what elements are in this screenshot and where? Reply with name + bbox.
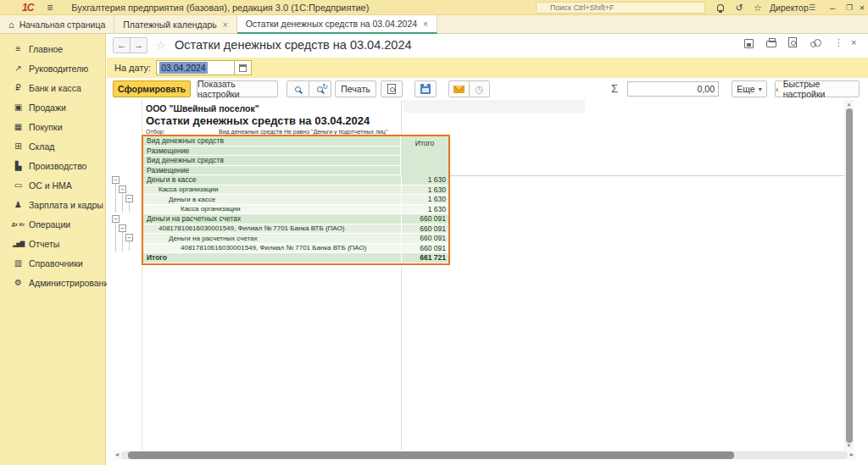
table-row[interactable]: Деньги на расчетных счетах660 091 [143, 234, 448, 244]
forward-button[interactable]: → [130, 37, 147, 53]
total-column-header: Итого [400, 136, 448, 176]
sidebar-item-sklad[interactable]: ⊞ Склад [0, 136, 105, 156]
current-user[interactable]: Директор [770, 0, 809, 15]
schedule-button[interactable]: ◷ [469, 80, 490, 97]
sidebar-item-prodazhi[interactable]: ▣ Продажи [0, 97, 105, 117]
back-button[interactable]: ← [113, 37, 131, 53]
tab-cash-balances[interactable]: Остатки денежных средств на 03.04.2024 × [237, 15, 437, 34]
horizontal-scroll-thumb[interactable] [128, 451, 734, 459]
quick-settings-button[interactable]: ‹ Быстрые настройки [775, 80, 860, 97]
sigma-icon: Σ [611, 82, 618, 95]
sidebar-item-operacii[interactable]: Дт Кт Операции [0, 214, 105, 234]
collapse-icon[interactable]: − [112, 215, 120, 223]
table-row[interactable]: 40817810616030001549, Филиал № 7701 Банк… [143, 224, 448, 235]
sidebar-item-pokupki[interactable]: ▦ Покупки [0, 117, 105, 136]
sidebar-item-label: Производство [29, 161, 86, 171]
show-settings-button[interactable]: Показать настройки [197, 80, 278, 97]
sidebar-item-label: Главное [29, 44, 63, 54]
vertical-scroll-thumb[interactable] [846, 108, 853, 443]
more-label: Еще [737, 84, 754, 94]
history-icon[interactable]: ↺ [731, 0, 748, 15]
report-table[interactable]: Итого Вид денежных средств Размещение Ви… [142, 135, 450, 265]
truck-icon: ▭ [10, 180, 26, 190]
minimize-button[interactable]: – [824, 0, 841, 15]
sidebar-item-proizvodstvo[interactable]: ▙ Производство [0, 156, 105, 175]
date-input[interactable]: 03.04.2024 [156, 60, 235, 75]
collapse-icon[interactable]: − [119, 185, 126, 193]
calendar-button[interactable] [235, 60, 252, 75]
date-value: 03.04.2024 [159, 62, 208, 74]
link-icon[interactable] [810, 39, 816, 49]
find-button[interactable] [287, 80, 309, 97]
save-icon[interactable] [744, 39, 754, 50]
trend-icon: ↗ [10, 64, 26, 73]
1c-logo: 1С [22, 2, 33, 14]
titlebar: 1С ≡ Бухгалтерия предприятия (базовая), … [0, 0, 868, 15]
sidebar-item-administrirovanie[interactable]: ⚙ Администрирование [0, 273, 105, 292]
preview-icon[interactable] [788, 37, 797, 49]
table-row[interactable]: Касса организации1 630 [143, 205, 448, 215]
app-title: Бухгалтерия предприятия (базовая), редак… [71, 3, 369, 13]
scroll-up-icon[interactable]: ▲ [844, 100, 854, 108]
table-row[interactable]: Деньги в кассе1 630 [143, 175, 448, 185]
sidebar-item-os-i-nma[interactable]: ▭ ОС и НМА [0, 175, 105, 195]
generate-button[interactable]: Сформировать [113, 80, 191, 97]
sidebar-item-label: Склад [29, 141, 54, 152]
view-options-icon[interactable]: ☰ [804, 0, 821, 15]
favorite-star-icon[interactable]: ☆ [156, 39, 166, 52]
collapse-icon[interactable]: − [112, 176, 120, 184]
menu-icon: ≡ [10, 44, 26, 53]
send-mail-button[interactable] [448, 80, 470, 97]
sidebar-item-otchety[interactable]: ▂▅▇ Отчеты [0, 234, 105, 253]
scroll-right-icon[interactable]: ► [848, 450, 856, 460]
table-row[interactable]: 40817810616030001549, Филиал № 7701 Банк… [143, 244, 448, 254]
sidebar-item-glavnoe[interactable]: ≡ Главное [0, 39, 105, 58]
restore-button[interactable]: ❐ [841, 0, 858, 15]
collapse-icon[interactable]: − [119, 224, 126, 232]
briefcase-icon: ▣ [10, 102, 26, 112]
table-total-row[interactable]: Итого661 721 [143, 253, 448, 263]
sidebar-item-label: Операции [29, 219, 70, 230]
tab-home[interactable]: ⌂ Начальная страница [0, 15, 114, 34]
table-row[interactable]: Касса организации1 630 [143, 185, 448, 196]
favorites-star-icon[interactable]: ☆ [749, 0, 766, 15]
sidebar: ≡ Главное ↗ Руководителю ₽ Банк и касса … [0, 34, 106, 465]
scroll-left-icon[interactable]: ◄ [113, 450, 121, 460]
tab-payment-calendar[interactable]: Платежный календарь × [114, 15, 236, 34]
floppy-icon [420, 84, 431, 94]
find-next-button[interactable]: ↻ [309, 80, 331, 97]
close-tab-icon[interactable]: × [423, 19, 428, 29]
horizontal-scrollbar[interactable]: ◄ ► [113, 450, 856, 460]
chevron-left-icon: ‹ [776, 84, 779, 94]
filter-bar: На дату: 03.04.2024 [107, 58, 868, 78]
sidebar-item-zarplata[interactable]: ♟ Зарплата и кадры [0, 195, 105, 214]
scroll-down-icon[interactable]: ▼ [844, 441, 854, 450]
print-preview-button[interactable] [381, 80, 403, 97]
sidebar-item-rukovoditelyu[interactable]: ↗ Руководителю [0, 58, 105, 78]
main-menu-icon[interactable]: ≡ [47, 2, 53, 14]
table-row[interactable]: Деньги в кассе1 630 [143, 195, 448, 205]
sidebar-item-label: Отчеты [29, 239, 59, 249]
vertical-scrollbar[interactable]: ▲ ▼ [844, 100, 854, 450]
table-row[interactable]: Деньги на расчетных счетах660 091 [143, 214, 448, 224]
save-report-button[interactable] [415, 80, 437, 97]
preview-icon [387, 84, 396, 94]
more-button[interactable]: Еще ▾ [732, 80, 767, 97]
close-report-icon[interactable]: × [851, 37, 856, 47]
close-window-button[interactable]: × [856, 0, 868, 15]
sidebar-item-spravochniki[interactable]: ▥ Справочники [0, 253, 105, 273]
collapse-icon[interactable]: − [125, 234, 133, 241]
collapse-icon[interactable]: − [125, 195, 133, 202]
notifications-bell-icon[interactable] [712, 0, 729, 15]
sidebar-item-bank-i-kassa[interactable]: ₽ Банк и касса [0, 78, 105, 97]
page-title: Остатки денежных средств на 03.04.2024 [175, 38, 412, 52]
print-button[interactable]: Печать [335, 80, 376, 97]
global-search-input[interactable] [536, 2, 705, 14]
tree-connector [129, 202, 130, 212]
more-dots-icon[interactable]: ⋮ [834, 37, 843, 48]
close-tab-icon[interactable]: × [223, 20, 228, 30]
sum-field[interactable]: 0,00 [627, 81, 719, 97]
tree-connector [122, 193, 123, 213]
print-icon[interactable] [766, 39, 776, 49]
quick-settings-label: Быстрые настройки [783, 79, 859, 99]
